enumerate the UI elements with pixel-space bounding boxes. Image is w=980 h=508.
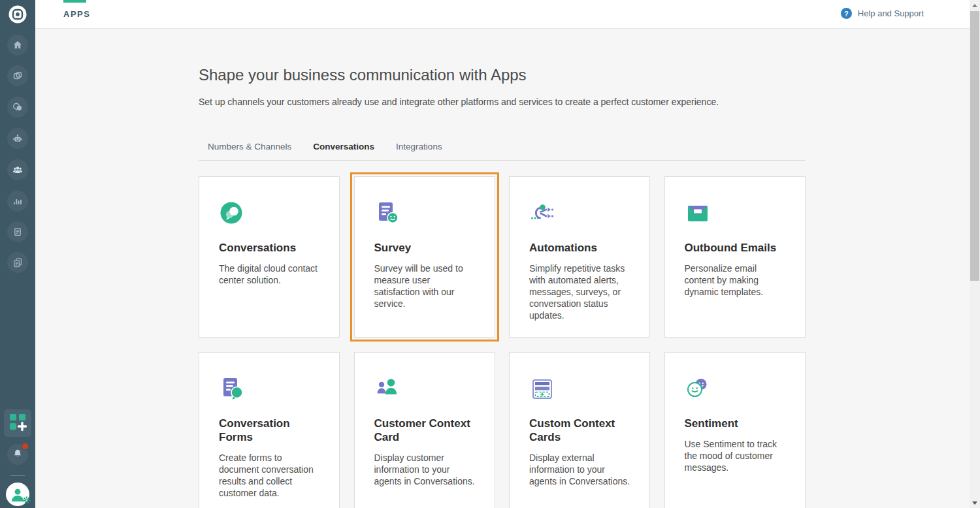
apps-grid-icon	[8, 412, 27, 434]
document-icon	[11, 225, 24, 238]
app-card-description: The digital cloud contact center solutio…	[219, 262, 321, 286]
tab-bar: Numbers & Channels Conversations Integra…	[199, 142, 806, 161]
notification-badge	[22, 443, 29, 450]
app-card-customer-context-card[interactable]: Customer Context Card Display customer i…	[354, 352, 495, 508]
automations-icon	[529, 200, 555, 227]
settings-gear-icon	[22, 496, 31, 507]
app-card-conversation-forms[interactable]: Conversation Forms Create forms to docum…	[199, 352, 340, 508]
tab-conversations[interactable]: Conversations	[313, 142, 374, 151]
top-bar: APPS ? Help and Support	[35, 0, 970, 29]
chat-bubbles-icon	[11, 101, 24, 114]
chevron-up-icon	[972, 4, 977, 7]
chatbot-icon	[11, 132, 24, 145]
app-card-description: Use Sentiment to track the mood of custo…	[685, 438, 787, 473]
page-subtitle: Set up channels your customers already u…	[199, 97, 805, 108]
sidebar-divider	[10, 475, 25, 476]
app-card-title: Conversation Forms	[219, 417, 321, 444]
help-and-support-button[interactable]: ? Help and Support	[841, 8, 924, 19]
app-card-description: Survey will be used to measure user sati…	[374, 262, 476, 310]
conversations-app-icon	[219, 200, 245, 227]
app-card-automations[interactable]: Automations Simplify repetitive tasks wi…	[509, 176, 650, 338]
app-card-title: Customer Context Card	[374, 417, 476, 444]
app-card-description: Display external information to your age…	[529, 452, 631, 487]
analytics-icon	[11, 195, 24, 208]
app-card-description: Display customer information to your age…	[374, 452, 476, 487]
app-card-title: Automations	[529, 241, 631, 255]
app-card-sentiment[interactable]: Sentiment Use Sentiment to track the moo…	[664, 352, 806, 508]
sidebar-item-chatbot[interactable]	[7, 128, 28, 149]
page-title: Shape your business communication with A…	[199, 66, 805, 84]
help-icon: ?	[841, 8, 852, 19]
conversation-forms-icon	[219, 376, 245, 402]
app-card-conversations[interactable]: Conversations The digital cloud contact …	[199, 176, 340, 338]
help-label: Help and Support	[858, 8, 924, 18]
app-card-title: Survey	[374, 241, 476, 255]
tab-integrations[interactable]: Integrations	[396, 142, 442, 151]
sidebar-item-notifications[interactable]	[7, 444, 28, 465]
vertical-scrollbar[interactable]	[970, 0, 980, 508]
tab-numbers-channels[interactable]: Numbers & Channels	[208, 142, 291, 151]
customer-context-card-icon	[374, 376, 400, 402]
app-card-outbound-emails[interactable]: Outbound Emails Personalize email conten…	[664, 176, 806, 338]
sidebar-item-conversations[interactable]	[7, 97, 28, 118]
app-card-grid: Conversations The digital cloud contact …	[199, 176, 805, 508]
app-card-survey[interactable]: Survey Survey will be used to measure us…	[354, 176, 495, 338]
app-card-description: Personalize email content by making dyna…	[685, 262, 787, 298]
user-avatar[interactable]	[6, 483, 29, 506]
scroll-up-button[interactable]	[970, 0, 980, 10]
page-tab-apps: APPS	[63, 9, 90, 19]
custom-context-cards-icon	[529, 376, 555, 402]
sidebar-item-people[interactable]	[7, 159, 28, 180]
scroll-down-button[interactable]	[970, 498, 980, 508]
app-card-description: Create forms to document conversation re…	[219, 452, 321, 499]
app-card-title: Custom Context Cards	[529, 417, 631, 444]
sidebar-item-analytics[interactable]	[7, 191, 28, 212]
app-card-custom-context-cards[interactable]: Custom Context Cards Display external in…	[509, 352, 650, 508]
active-page-indicator	[63, 0, 86, 3]
sidebar-item-content[interactable]	[7, 221, 28, 242]
survey-icon	[374, 200, 400, 227]
sidebar-item-catalog[interactable]	[7, 252, 28, 273]
sentiment-icon	[685, 376, 711, 402]
app-card-title: Conversations	[219, 241, 321, 255]
home-icon	[11, 39, 24, 52]
sidebar-item-apps-active[interactable]	[4, 409, 31, 437]
brand-logo-icon[interactable]	[8, 5, 27, 24]
outbound-emails-icon	[685, 200, 711, 227]
campaigns-icon	[11, 69, 24, 82]
app-card-title: Sentiment	[685, 417, 787, 430]
chevron-down-icon	[972, 501, 977, 505]
app-card-title: Outbound Emails	[685, 241, 787, 255]
sidebar-item-campaigns[interactable]	[7, 65, 28, 86]
scrollbar-thumb[interactable]	[970, 11, 979, 281]
app-window: APPS ? Help and Support Shape your busin…	[0, 0, 980, 508]
people-icon	[11, 163, 24, 176]
sidebar	[0, 0, 35, 508]
sidebar-item-home[interactable]	[7, 35, 28, 56]
main-content: Shape your business communication with A…	[35, 29, 970, 508]
app-card-description: Simplify repetitive tasks with automated…	[529, 262, 631, 321]
stacked-documents-icon	[11, 256, 24, 269]
